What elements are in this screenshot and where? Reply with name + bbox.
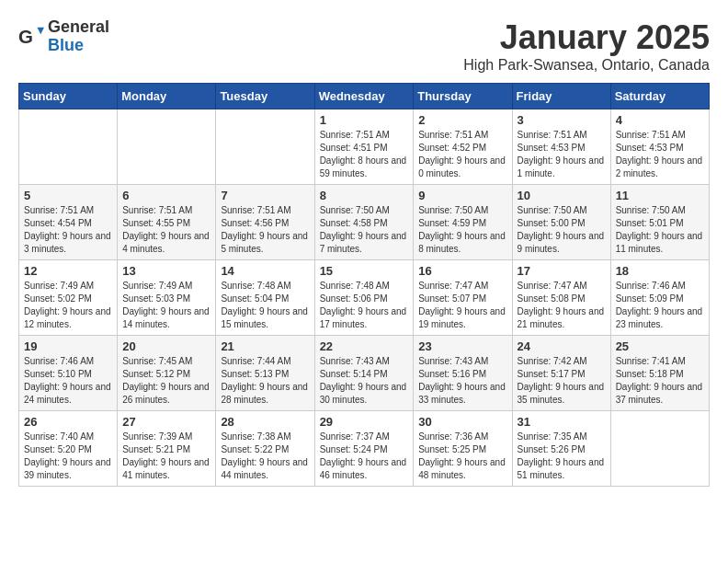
day-info: Sunrise: 7:50 AM Sunset: 5:00 PM Dayligh…	[518, 204, 606, 256]
day-number: 5	[24, 189, 112, 202]
day-number: 8	[320, 189, 409, 202]
day-info: Sunrise: 7:49 AM Sunset: 5:03 PM Dayligh…	[122, 280, 210, 331]
calendar-cell: 10Sunrise: 7:50 AM Sunset: 5:00 PM Dayli…	[512, 185, 610, 260]
day-info: Sunrise: 7:47 AM Sunset: 5:07 PM Dayligh…	[418, 280, 506, 331]
title-block: January 2025 High Park-Swansea, Ontario,…	[463, 18, 710, 74]
day-number: 11	[616, 189, 704, 202]
day-info: Sunrise: 7:36 AM Sunset: 5:25 PM Dayligh…	[418, 431, 506, 482]
calendar-cell: 22Sunrise: 7:43 AM Sunset: 5:14 PM Dayli…	[314, 336, 414, 411]
day-number: 26	[24, 415, 112, 429]
calendar-cell: 3Sunrise: 7:51 AM Sunset: 4:53 PM Daylig…	[512, 109, 610, 185]
calendar-cell: 18Sunrise: 7:46 AM Sunset: 5:09 PM Dayli…	[610, 260, 709, 336]
day-number: 1	[320, 113, 409, 127]
day-number: 21	[221, 339, 309, 353]
month-title: January 2025	[463, 18, 710, 57]
day-info: Sunrise: 7:44 AM Sunset: 5:13 PM Dayligh…	[221, 355, 309, 407]
day-info: Sunrise: 7:45 AM Sunset: 5:12 PM Dayligh…	[122, 355, 210, 407]
weekday-header-row: SundayMondayTuesdayWednesdayThursdayFrid…	[19, 84, 710, 109]
location: High Park-Swansea, Ontario, Canada	[463, 57, 710, 74]
calendar-week-row: 12Sunrise: 7:49 AM Sunset: 5:02 PM Dayli…	[19, 260, 710, 336]
day-number: 22	[320, 339, 409, 353]
day-info: Sunrise: 7:43 AM Sunset: 5:16 PM Dayligh…	[418, 355, 506, 407]
weekday-header-friday: Friday	[512, 84, 610, 109]
calendar-cell	[610, 411, 709, 487]
calendar-week-row: 19Sunrise: 7:46 AM Sunset: 5:10 PM Dayli…	[19, 336, 710, 411]
calendar-cell: 29Sunrise: 7:37 AM Sunset: 5:24 PM Dayli…	[314, 411, 414, 487]
day-info: Sunrise: 7:51 AM Sunset: 4:55 PM Dayligh…	[122, 204, 210, 256]
day-info: Sunrise: 7:41 AM Sunset: 5:18 PM Dayligh…	[616, 355, 704, 407]
day-info: Sunrise: 7:51 AM Sunset: 4:56 PM Dayligh…	[221, 204, 309, 256]
calendar-cell: 20Sunrise: 7:45 AM Sunset: 5:12 PM Dayli…	[118, 336, 216, 411]
weekday-header-tuesday: Tuesday	[216, 84, 314, 109]
calendar-cell: 7Sunrise: 7:51 AM Sunset: 4:56 PM Daylig…	[216, 185, 314, 260]
calendar-cell: 30Sunrise: 7:36 AM Sunset: 5:25 PM Dayli…	[414, 411, 512, 487]
svg-text:G: G	[18, 25, 33, 46]
day-info: Sunrise: 7:50 AM Sunset: 4:58 PM Dayligh…	[320, 204, 409, 256]
logo-general: General	[48, 18, 109, 37]
calendar-cell: 28Sunrise: 7:38 AM Sunset: 5:22 PM Dayli…	[216, 411, 314, 487]
day-number: 10	[518, 189, 606, 202]
day-info: Sunrise: 7:37 AM Sunset: 5:24 PM Dayligh…	[320, 431, 409, 482]
day-number: 15	[320, 264, 409, 278]
day-info: Sunrise: 7:51 AM Sunset: 4:51 PM Dayligh…	[320, 129, 409, 180]
day-number: 9	[418, 189, 506, 202]
day-number: 7	[221, 189, 309, 202]
day-info: Sunrise: 7:43 AM Sunset: 5:14 PM Dayligh…	[320, 355, 409, 407]
calendar-cell: 2Sunrise: 7:51 AM Sunset: 4:52 PM Daylig…	[414, 109, 512, 185]
day-number: 2	[418, 113, 506, 127]
day-number: 27	[122, 415, 210, 429]
calendar-cell: 21Sunrise: 7:44 AM Sunset: 5:13 PM Dayli…	[216, 336, 314, 411]
calendar-cell	[216, 109, 314, 185]
day-info: Sunrise: 7:48 AM Sunset: 5:04 PM Dayligh…	[221, 280, 309, 331]
svg-marker-1	[38, 28, 44, 34]
calendar-cell: 23Sunrise: 7:43 AM Sunset: 5:16 PM Dayli…	[414, 336, 512, 411]
calendar-cell: 13Sunrise: 7:49 AM Sunset: 5:03 PM Dayli…	[118, 260, 216, 336]
day-info: Sunrise: 7:40 AM Sunset: 5:20 PM Dayligh…	[24, 431, 112, 482]
calendar-cell: 16Sunrise: 7:47 AM Sunset: 5:07 PM Dayli…	[414, 260, 512, 336]
weekday-header-sunday: Sunday	[19, 84, 118, 109]
day-info: Sunrise: 7:46 AM Sunset: 5:10 PM Dayligh…	[24, 355, 112, 407]
calendar-cell: 27Sunrise: 7:39 AM Sunset: 5:21 PM Dayli…	[118, 411, 216, 487]
day-number: 20	[122, 339, 210, 353]
day-info: Sunrise: 7:35 AM Sunset: 5:26 PM Dayligh…	[518, 431, 606, 482]
day-number: 28	[221, 415, 309, 429]
weekday-header-thursday: Thursday	[414, 84, 512, 109]
day-info: Sunrise: 7:51 AM Sunset: 4:53 PM Dayligh…	[518, 129, 606, 180]
day-info: Sunrise: 7:42 AM Sunset: 5:17 PM Dayligh…	[518, 355, 606, 407]
day-info: Sunrise: 7:51 AM Sunset: 4:53 PM Dayligh…	[616, 129, 704, 180]
day-info: Sunrise: 7:46 AM Sunset: 5:09 PM Dayligh…	[616, 280, 704, 331]
day-info: Sunrise: 7:39 AM Sunset: 5:21 PM Dayligh…	[122, 431, 210, 482]
day-info: Sunrise: 7:48 AM Sunset: 5:06 PM Dayligh…	[320, 280, 409, 331]
day-number: 4	[616, 113, 704, 127]
day-number: 3	[518, 113, 606, 127]
day-number: 13	[122, 264, 210, 278]
day-number: 24	[518, 339, 606, 353]
weekday-header-wednesday: Wednesday	[314, 84, 414, 109]
calendar-cell: 17Sunrise: 7:47 AM Sunset: 5:08 PM Dayli…	[512, 260, 610, 336]
calendar-cell: 8Sunrise: 7:50 AM Sunset: 4:58 PM Daylig…	[314, 185, 414, 260]
calendar-cell: 31Sunrise: 7:35 AM Sunset: 5:26 PM Dayli…	[512, 411, 610, 487]
calendar-cell: 14Sunrise: 7:48 AM Sunset: 5:04 PM Dayli…	[216, 260, 314, 336]
calendar-cell: 11Sunrise: 7:50 AM Sunset: 5:01 PM Dayli…	[610, 185, 709, 260]
calendar-cell: 4Sunrise: 7:51 AM Sunset: 4:53 PM Daylig…	[610, 109, 709, 185]
day-number: 30	[418, 415, 506, 429]
day-number: 25	[616, 339, 704, 353]
calendar-cell: 24Sunrise: 7:42 AM Sunset: 5:17 PM Dayli…	[512, 336, 610, 411]
weekday-header-monday: Monday	[118, 84, 216, 109]
day-info: Sunrise: 7:50 AM Sunset: 5:01 PM Dayligh…	[616, 204, 704, 256]
day-number: 6	[122, 189, 210, 202]
day-info: Sunrise: 7:38 AM Sunset: 5:22 PM Dayligh…	[221, 431, 309, 482]
day-number: 12	[24, 264, 112, 278]
day-info: Sunrise: 7:49 AM Sunset: 5:02 PM Dayligh…	[24, 280, 112, 331]
logo-blue: Blue	[48, 37, 109, 55]
logo: G General Blue	[18, 18, 109, 55]
calendar-cell: 5Sunrise: 7:51 AM Sunset: 4:54 PM Daylig…	[19, 185, 118, 260]
day-info: Sunrise: 7:51 AM Sunset: 4:54 PM Dayligh…	[24, 204, 112, 256]
calendar-cell: 15Sunrise: 7:48 AM Sunset: 5:06 PM Dayli…	[314, 260, 414, 336]
day-info: Sunrise: 7:51 AM Sunset: 4:52 PM Dayligh…	[418, 129, 506, 180]
day-info: Sunrise: 7:47 AM Sunset: 5:08 PM Dayligh…	[518, 280, 606, 331]
calendar-week-row: 1Sunrise: 7:51 AM Sunset: 4:51 PM Daylig…	[19, 109, 710, 185]
logo-text: General Blue	[48, 18, 109, 55]
calendar-cell	[19, 109, 118, 185]
calendar-week-row: 26Sunrise: 7:40 AM Sunset: 5:20 PM Dayli…	[19, 411, 710, 487]
